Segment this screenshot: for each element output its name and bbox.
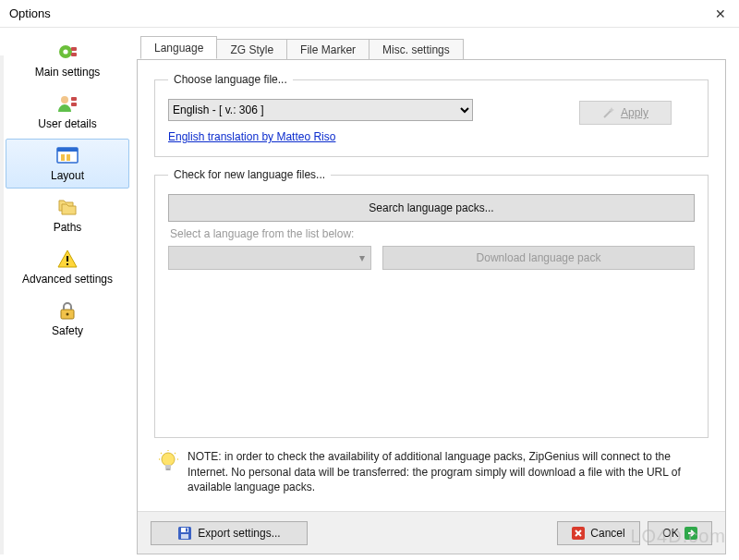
warning-icon [55, 247, 80, 271]
apply-label: Apply [621, 106, 648, 119]
svg-rect-11 [67, 256, 68, 262]
close-button[interactable]: ✕ [702, 1, 739, 27]
tab-file-marker[interactable]: File Marker [286, 39, 370, 60]
sidebar-item-label: Layout [51, 169, 84, 182]
lock-icon [55, 298, 80, 323]
export-settings-button[interactable]: Export settings... [151, 521, 308, 545]
ok-button[interactable]: OK [648, 521, 712, 545]
window-edge [0, 55, 4, 554]
tab-panel: Choose language file... English - [ v.: … [137, 59, 726, 554]
svg-rect-16 [165, 465, 171, 469]
svg-point-1 [63, 49, 67, 54]
export-label: Export settings... [198, 527, 280, 540]
svg-rect-9 [61, 154, 65, 161]
content-area: Language ZG Style File Marker Misc. sett… [129, 28, 739, 560]
sidebar: Main settings User details [0, 28, 129, 560]
window-body: Main settings User details [0, 28, 739, 560]
sidebar-item-paths[interactable]: Paths [6, 190, 129, 240]
svg-rect-12 [67, 263, 68, 265]
titlebar: Options ✕ [0, 0, 739, 28]
arrow-right-icon [684, 527, 697, 540]
sidebar-item-label: User details [38, 117, 96, 130]
search-language-packs-button[interactable]: Search language packs... [168, 194, 695, 222]
svg-rect-3 [71, 53, 77, 56]
lightbulb-icon [158, 449, 178, 475]
svg-point-14 [67, 313, 69, 316]
tab-label: ZG Style [230, 43, 273, 56]
language-select[interactable]: English - [ v.: 306 ] [168, 99, 473, 121]
chevron-down-icon: ▾ [359, 251, 365, 264]
apply-button[interactable]: Apply [579, 101, 672, 125]
gear-icon [55, 40, 80, 64]
choose-language-group: Choose language file... English - [ v.: … [154, 73, 709, 157]
svg-rect-8 [57, 148, 78, 152]
cancel-button[interactable]: Cancel [557, 521, 640, 545]
sidebar-item-advanced-settings[interactable]: Advanced settings [6, 242, 129, 292]
sidebar-item-layout[interactable]: Layout [6, 139, 129, 189]
save-icon [177, 526, 192, 541]
svg-rect-17 [166, 469, 171, 470]
options-window: Options ✕ Main settings [0, 0, 739, 560]
sidebar-item-label: Safety [52, 324, 83, 337]
download-language-pack-button[interactable]: Download language pack [382, 246, 695, 270]
tab-misc-settings[interactable]: Misc. settings [369, 39, 464, 60]
user-icon [55, 91, 80, 116]
note-text: NOTE: in order to check the availability… [188, 449, 705, 494]
check-language-group: Check for new language files... Search l… [154, 168, 709, 438]
sidebar-item-label: Advanced settings [22, 273, 113, 286]
layout-icon [55, 143, 80, 167]
svg-rect-2 [71, 47, 77, 51]
tab-zg-style[interactable]: ZG Style [216, 39, 287, 60]
svg-rect-5 [71, 97, 77, 101]
search-label: Search language packs... [369, 201, 493, 214]
tab-language[interactable]: Language [140, 36, 217, 59]
svg-rect-21 [186, 528, 188, 531]
svg-rect-6 [71, 103, 77, 106]
svg-point-15 [162, 453, 175, 466]
sidebar-item-safety[interactable]: Safety [6, 294, 129, 344]
window-title: Options [9, 6, 51, 20]
svg-rect-10 [67, 154, 70, 161]
download-label: Download language pack [477, 251, 601, 264]
download-language-select[interactable]: ▾ [168, 246, 371, 270]
sidebar-item-label: Paths [54, 221, 82, 234]
sidebar-item-user-details[interactable]: User details [6, 87, 129, 137]
svg-point-4 [61, 96, 68, 103]
tab-label: File Marker [300, 43, 356, 56]
tab-label: Misc. settings [382, 43, 450, 56]
folders-icon [55, 195, 80, 219]
tab-row: Language ZG Style File Marker Misc. sett… [137, 35, 726, 59]
cancel-icon [572, 527, 585, 540]
group-legend: Check for new language files... [168, 168, 331, 181]
sidebar-item-main-settings[interactable]: Main settings [6, 35, 129, 85]
tab-label: Language [154, 42, 203, 55]
cancel-label: Cancel [590, 527, 624, 540]
select-language-below-label: Select a language from the list below: [170, 227, 695, 240]
group-legend: Choose language file... [168, 73, 293, 86]
wand-icon [602, 106, 615, 119]
translation-credit-link[interactable]: English translation by Matteo Riso [168, 130, 335, 143]
ok-label: OK [662, 527, 678, 540]
bottom-bar: Export settings... Cancel OK [138, 511, 725, 554]
close-icon: ✕ [715, 6, 726, 21]
sidebar-item-label: Main settings [35, 66, 101, 79]
svg-rect-20 [181, 534, 188, 539]
note-row: NOTE: in order to check the availability… [154, 449, 709, 494]
